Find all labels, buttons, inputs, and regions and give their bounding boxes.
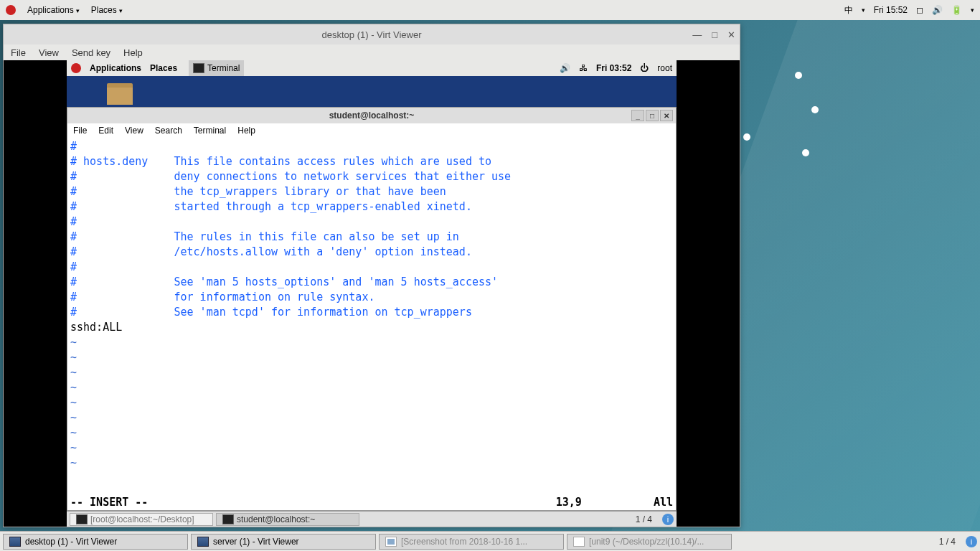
guest-user-label[interactable]: root — [657, 63, 672, 73]
file-line: # See 'man 5 hosts_options' and 'man 5 h… — [70, 276, 498, 288]
file-line: # for information on rule syntax. — [70, 291, 374, 303]
image-icon — [385, 537, 397, 547]
term-menu-help[interactable]: Help — [237, 126, 255, 136]
info-icon[interactable]: i — [966, 536, 977, 547]
guest-workspace-indicator[interactable]: 1 / 4 — [631, 514, 656, 524]
term-menu-terminal[interactable]: Terminal — [194, 126, 226, 136]
vim-scroll: All — [654, 495, 673, 510]
term-menu-search[interactable]: Search — [155, 126, 182, 136]
guest-task-student-terminal[interactable]: student@localhost:~ — [216, 513, 359, 526]
guest-places-menu[interactable]: Places — [150, 63, 177, 73]
monitor-icon — [9, 537, 21, 547]
vim-tilde: ~ — [70, 456, 77, 469]
terminal-window: student@localhost:~ _ □ ✕ File Edit View… — [67, 107, 677, 511]
virt-titlebar[interactable]: desktop (1) - Virt Viewer — □ ✕ — [4, 24, 740, 44]
virt-menu-help[interactable]: Help — [123, 47, 143, 58]
task-virt-server[interactable]: server (1) - Virt Viewer — [191, 534, 376, 550]
maximize-button[interactable]: □ — [712, 29, 717, 40]
term-menu-file[interactable]: File — [73, 126, 87, 136]
file-line: # deny connections to network services t… — [70, 170, 511, 183]
guest-taskbar: [root@localhost:~/Desktop] student@local… — [67, 511, 677, 527]
info-icon[interactable]: i — [662, 514, 674, 525]
document-icon — [573, 537, 585, 547]
virt-menu-file[interactable]: File — [11, 47, 26, 58]
window-icon[interactable]: ◻ — [916, 5, 923, 15]
applications-menu[interactable]: Applications — [27, 5, 80, 15]
guest-desktop: Applications Places Terminal 🔊 🖧 Fri 03:… — [67, 60, 677, 527]
terminal-menubar: File Edit View Search Terminal Help — [67, 123, 676, 138]
file-line: # — [70, 215, 77, 228]
virt-menu-sendkey[interactable]: Send key — [72, 47, 110, 58]
battery-icon[interactable]: 🔋 — [951, 5, 962, 15]
task-unit9-doc[interactable]: [unit9 (~/Desktop/zzl(10.14)/... — [567, 534, 732, 550]
task-screenshot[interactable]: [Screenshot from 2018-10-16 1... — [379, 534, 564, 550]
places-menu[interactable]: Places — [91, 5, 123, 15]
sys-chevron-icon: ▾ — [971, 6, 974, 14]
guest-network-icon[interactable]: 🖧 — [579, 63, 588, 73]
file-line: # started through a tcp_wrappers-enabled… — [70, 200, 472, 213]
virt-title-text: desktop (1) - Virt Viewer — [322, 29, 422, 40]
home-folder-icon[interactable] — [107, 83, 133, 105]
vim-tilde: ~ — [70, 441, 77, 454]
guest-clock[interactable]: Fri 03:52 — [596, 63, 631, 73]
clock[interactable]: Fri 15:52 — [874, 5, 908, 15]
term-menu-view[interactable]: View — [125, 126, 143, 136]
terminal-icon — [76, 514, 88, 524]
file-line: sshd:ALL — [70, 321, 122, 334]
vim-status-line: -- INSERT -- 13,9 All — [70, 495, 673, 510]
file-line: # the tcp_wrappers library or that have … — [70, 185, 446, 198]
outer-top-panel: Applications Places 中 ▾ Fri 15:52 ◻ 🔊 🔋 … — [0, 0, 980, 20]
guest-power-icon[interactable]: ⏻ — [640, 63, 649, 73]
virt-menubar: File View Send key Help — [4, 44, 740, 60]
file-line: # hosts.deny This file contains access r… — [70, 155, 491, 168]
vim-tilde: ~ — [70, 351, 77, 364]
guest-task-root-terminal[interactable]: [root@localhost:~/Desktop] — [70, 513, 213, 526]
workspace-indicator[interactable]: 1 / 4 — [935, 537, 960, 547]
term-maximize-button[interactable]: □ — [646, 110, 659, 121]
file-line: # — [70, 260, 77, 273]
terminal-title-text: student@localhost:~ — [329, 110, 415, 121]
virt-menu-view[interactable]: View — [39, 47, 59, 58]
close-button[interactable]: ✕ — [727, 29, 735, 40]
term-minimize-button[interactable]: _ — [631, 110, 644, 121]
ime-chevron-icon: ▾ — [862, 6, 865, 14]
vim-cursor-pos: 13,9 — [556, 495, 582, 510]
vim-tilde: ~ — [70, 336, 77, 349]
monitor-icon — [197, 537, 209, 547]
vim-tilde: ~ — [70, 381, 77, 394]
file-line: # — [70, 140, 77, 153]
file-line: # The rules in this file can also be set… — [70, 230, 459, 243]
vim-tilde: ~ — [70, 396, 77, 409]
virt-viewer-window: desktop (1) - Virt Viewer — □ ✕ File Vie… — [3, 24, 740, 527]
terminal-titlebar[interactable]: student@localhost:~ _ □ ✕ — [67, 108, 676, 123]
terminal-body[interactable]: # # hosts.deny This file contains access… — [67, 138, 676, 510]
volume-icon[interactable]: 🔊 — [932, 5, 943, 15]
guest-redhat-icon — [71, 63, 81, 73]
guest-open-terminal-tab[interactable]: Terminal — [189, 60, 244, 76]
terminal-icon — [222, 514, 234, 524]
vim-mode: -- INSERT -- — [70, 495, 148, 510]
vim-tilde: ~ — [70, 426, 77, 439]
vim-tilde: ~ — [70, 366, 77, 379]
file-line: # /etc/hosts.allow with a 'deny' option … — [70, 245, 472, 258]
vim-tilde: ~ — [70, 411, 77, 424]
outer-taskbar: desktop (1) - Virt Viewer server (1) - V… — [0, 531, 980, 551]
minimize-button[interactable]: — — [692, 29, 702, 40]
term-close-button[interactable]: ✕ — [660, 110, 673, 121]
redhat-icon — [6, 5, 16, 15]
ime-indicator[interactable]: 中 — [844, 4, 853, 17]
guest-volume-icon[interactable]: 🔊 — [560, 63, 570, 73]
virt-display[interactable]: Applications Places Terminal 🔊 🖧 Fri 03:… — [4, 60, 740, 527]
guest-top-panel: Applications Places Terminal 🔊 🖧 Fri 03:… — [67, 60, 677, 76]
task-virt-desktop[interactable]: desktop (1) - Virt Viewer — [3, 534, 188, 550]
file-line: # See 'man tcpd' for information on tcp_… — [70, 306, 472, 319]
terminal-icon — [193, 63, 204, 73]
term-menu-edit[interactable]: Edit — [98, 126, 113, 136]
guest-applications-menu[interactable]: Applications — [90, 63, 141, 73]
